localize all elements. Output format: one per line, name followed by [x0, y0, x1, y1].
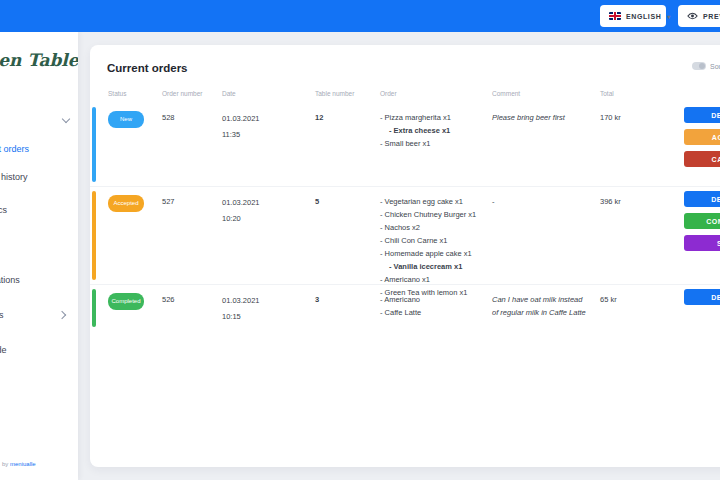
order-row: New52801.03.202111:3512- Pizza margherit…: [90, 103, 720, 186]
details-button[interactable]: DETAILS: [684, 191, 720, 207]
status-cell: New: [108, 103, 162, 186]
sidebar-item-qr-code[interactable]: QR code: [0, 339, 78, 361]
order-item: - Vegetarian egg cake x1: [380, 195, 492, 208]
sidebar-item-label: Current orders: [0, 144, 29, 154]
cancel-button[interactable]: CANCEL: [684, 151, 720, 167]
sidebar-item-orders[interactable]: Orders: [0, 108, 78, 130]
status-badge: New: [108, 111, 144, 128]
order-time: 10:20: [222, 211, 315, 227]
column-header: Date: [222, 90, 315, 97]
sound-toggle-switch[interactable]: [692, 62, 706, 70]
order-item: - Nachos x2: [380, 221, 492, 234]
current-orders-card: Current orders Sound StatusOrder numberD…: [90, 45, 720, 467]
sidebar-footer: by meniualle: [2, 461, 36, 467]
row-status-bar: [92, 191, 96, 280]
table-number-cell: 5: [315, 187, 380, 299]
sidebar-item-orders-history[interactable]: Orders history: [0, 166, 78, 188]
sidebar-item-label: Statistics: [0, 205, 7, 215]
status-cell: Accepted: [108, 187, 162, 299]
order-date: 01.03.2021: [222, 293, 315, 309]
total-cell: 170 kr: [600, 103, 684, 186]
order-item: - Caffe Latte: [380, 306, 492, 319]
order-item: - Chicken Chutney Burger x1: [380, 208, 492, 221]
column-header: Order: [380, 90, 492, 97]
uk-flag-icon: [609, 12, 621, 20]
date-cell: 01.03.202110:15: [222, 285, 315, 331]
chevron-down-icon: [62, 115, 70, 123]
sidebar-item-current-orders[interactable]: Current orders: [0, 138, 78, 160]
sidebar-footer-link[interactable]: meniualle: [10, 461, 36, 467]
order-date: 01.03.2021: [222, 195, 315, 211]
order-item: - Homemade apple cake x1: [380, 247, 492, 260]
total-cell: 396 kr: [600, 187, 684, 299]
order-time: 11:35: [222, 127, 315, 143]
sidebar-item-label: Translations: [0, 275, 20, 285]
chevron-down-icon: ▾: [667, 13, 671, 20]
order-number-cell: 526: [162, 285, 222, 331]
status-badge: Completed: [108, 293, 144, 310]
order-item: - Americano: [380, 293, 492, 306]
order-item: - Vanilla icecream x1: [389, 260, 492, 273]
date-cell: 01.03.202110:20: [222, 187, 315, 299]
status-badge: Accepted: [108, 195, 144, 212]
row-actions: DETAILSACCEPTCANCEL: [684, 103, 720, 186]
column-header: Comment: [492, 90, 600, 97]
order-row: Accepted52701.03.202110:205- Vegetarian …: [90, 186, 720, 284]
order-items-cell: - Pizza margherita x1- Extra cheese x1- …: [380, 103, 492, 186]
column-header: Status: [108, 90, 162, 97]
date-cell: 01.03.202111:35: [222, 103, 315, 186]
order-item: - Pizza margherita x1: [380, 111, 492, 124]
app-logo: Green Table: [0, 50, 78, 70]
top-header-bar: ENGLISH ▾ PREVIEW: [0, 0, 720, 32]
preview-button-label: PREVIEW: [703, 13, 720, 20]
sidebar-item-translations[interactable]: Translations: [0, 269, 78, 291]
details-button[interactable]: DETAILS: [684, 289, 720, 305]
sidebar: Green Table OrdersCurrent ordersOrders h…: [0, 32, 78, 480]
preview-button[interactable]: PREVIEW: [678, 5, 720, 27]
complete-button[interactable]: COMPLETE: [684, 213, 720, 229]
sidebar-item-label: Orders history: [0, 172, 28, 182]
order-time: 10:15: [222, 309, 315, 325]
table-number-cell: 3: [315, 285, 380, 331]
orders-table-body: New52801.03.202111:3512- Pizza margherit…: [90, 103, 720, 331]
comment-cell: Can I have oat milk instead of regular m…: [492, 285, 600, 331]
order-item: - Extra cheese x1: [389, 124, 492, 137]
comment-cell: Please bring beer first: [492, 103, 600, 186]
sidebar-item-label: QR code: [0, 345, 7, 355]
language-selector-label: ENGLISH: [626, 13, 661, 20]
accept-button[interactable]: ACCEPT: [684, 129, 720, 145]
details-button[interactable]: DETAILS: [684, 107, 720, 123]
order-items-cell: - Vegetarian egg cake x1- Chicken Chutne…: [380, 187, 492, 299]
row-actions: DETAILSCOMPLETESEND: [684, 187, 720, 299]
row-status-bar: [92, 107, 96, 182]
order-item: - Chili Con Carne x1: [380, 234, 492, 247]
row-actions: DETAILS: [684, 285, 720, 331]
comment-cell: -: [492, 187, 600, 299]
order-items-cell: - Americano- Caffe Latte: [380, 285, 492, 331]
total-cell: 65 kr: [600, 285, 684, 331]
language-selector-button[interactable]: ENGLISH ▾: [600, 5, 666, 27]
orders-table-header: StatusOrder numberDateTable numberOrderC…: [90, 90, 720, 103]
row-status-bar: [92, 289, 96, 327]
order-number-cell: 528: [162, 103, 222, 186]
sidebar-nav: OrdersCurrent ordersOrders historyStatis…: [0, 108, 78, 361]
sidebar-footer-text: by: [2, 461, 8, 467]
sidebar-item-label: Settings: [0, 310, 4, 320]
sidebar-item-statistics[interactable]: Statistics: [0, 199, 78, 221]
column-header: Table number: [315, 90, 380, 97]
sound-toggle[interactable]: Sound: [692, 62, 720, 70]
sound-toggle-label: Sound: [710, 63, 720, 70]
eye-icon: [687, 12, 698, 20]
chevron-right-icon: [58, 311, 66, 319]
order-number-cell: 527: [162, 187, 222, 299]
order-row: Completed52601.03.202110:153- Americano-…: [90, 284, 720, 331]
sidebar-item-settings[interactable]: Settings: [0, 304, 78, 326]
page-title: Current orders: [107, 62, 720, 74]
send-button[interactable]: SEND: [684, 235, 720, 251]
status-cell: Completed: [108, 285, 162, 331]
order-date: 01.03.2021: [222, 111, 315, 127]
column-header: Order number: [162, 90, 222, 97]
table-number-cell: 12: [315, 103, 380, 186]
order-item: - Small beer x1: [380, 137, 492, 150]
column-header: Total: [600, 90, 684, 97]
